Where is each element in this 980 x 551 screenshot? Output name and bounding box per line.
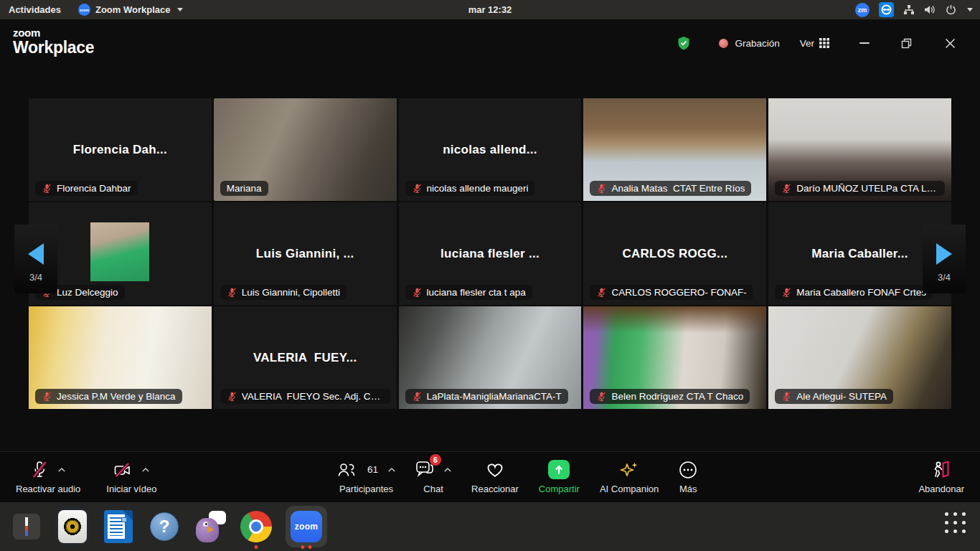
start-video-button[interactable]: Iniciar vídeo	[106, 460, 156, 494]
participant-tile[interactable]: VALERIA FUEY... VALERIA FUEYO Sec. Adj. …	[214, 306, 397, 409]
participant-name-tag: Ale Arlegui- SUTEPA	[775, 389, 893, 404]
more-ellipsis-icon	[679, 461, 697, 479]
recording-dot-icon	[719, 39, 728, 48]
window-controls: Grabación Ver	[677, 32, 956, 54]
participants-label: Participantes	[339, 484, 393, 494]
pidgin-bird-icon	[194, 511, 226, 542]
muted-mic-icon	[42, 183, 52, 194]
zoom-running-indicator	[301, 545, 312, 549]
participant-tile[interactable]: LaPlata-ManigliaMarianaCTA-T	[399, 306, 582, 409]
chat-label: Chat	[423, 484, 443, 494]
muted-mic-icon	[227, 287, 237, 298]
muted-mic-icon	[227, 391, 237, 402]
tray-caret-icon[interactable]	[967, 8, 973, 11]
volume-icon[interactable]	[924, 4, 936, 15]
reactions-button[interactable]: Reaccionar	[471, 460, 519, 494]
participant-name-tag: Florencia Dahbar	[35, 181, 138, 196]
close-button[interactable]	[945, 38, 956, 49]
unmute-button[interactable]: Reactivar audio	[16, 460, 80, 494]
participant-name-tag: LaPlata-ManigliaMarianaCTA-T	[405, 389, 568, 404]
participant-name-tag: CARLOS ROGGERO- FONAF-	[590, 285, 753, 300]
muted-mic-icon	[412, 391, 423, 402]
participant-tile[interactable]: Belen Rodríguez CTA T Chaco	[583, 306, 766, 409]
participants-chevron[interactable]	[388, 468, 395, 472]
recording-indicator[interactable]: Grabación	[719, 38, 779, 49]
muted-mic-icon	[412, 287, 423, 298]
participant-tile[interactable]: Luis Giannini, ... Luis Giannini, Cipoll…	[214, 202, 397, 305]
chrome-running-indicator	[255, 545, 258, 549]
dock-item-pidgin[interactable]	[194, 510, 227, 543]
participant-name-tag: Belen Rodríguez CTA T Chaco	[590, 389, 750, 404]
next-arrow-icon	[936, 243, 952, 265]
dock-item-zoom-active[interactable]: zoom	[286, 506, 327, 547]
video-options-chevron[interactable]	[142, 468, 149, 472]
participant-name-tag: Jessica P.M Verde y Blanca	[35, 389, 182, 404]
participant-tile[interactable]: Florencia Dah... Florencia Dahbar	[29, 98, 212, 201]
participant-tile[interactable]: CARLOS ROGG... CARLOS ROGGERO- FONAF-	[583, 202, 766, 305]
dock-item-libreoffice-writer[interactable]	[102, 510, 135, 543]
muted-mic-icon	[596, 391, 607, 402]
chrome-icon	[235, 505, 278, 548]
gallery-prev-page-button[interactable]: 3/4	[14, 225, 57, 293]
participant-name-tag: Analia Matas CTAT Entre Ríos	[590, 181, 751, 196]
power-icon[interactable]	[946, 4, 956, 15]
more-button[interactable]: Más	[679, 460, 697, 494]
participant-tile[interactable]: luciana flesler ... luciana flesler cta …	[399, 202, 582, 305]
ai-companion-button[interactable]: AI Companion	[600, 460, 659, 494]
prev-arrow-icon	[28, 243, 44, 265]
participant-tile-active-speaker[interactable]: Mariana	[214, 98, 397, 201]
heart-icon	[486, 461, 504, 479]
participant-tile[interactable]: Ale Arlegui- SUTEPA	[768, 306, 951, 409]
activities-button[interactable]: Actividades	[0, 0, 71, 19]
participant-name-tag: nicolas allende maugeri	[405, 181, 535, 196]
leave-meeting-label: Abandonar	[918, 484, 964, 494]
dock-item-text-editor[interactable]	[10, 510, 43, 543]
participant-name-tag: Maria Caballero FONAF Crtes	[775, 285, 933, 300]
video-gallery: Florencia Dah... Florencia Dahbar Marian…	[29, 98, 951, 409]
participant-tile[interactable]: Darío MUÑOZ UTELPa CTA La ...	[768, 98, 951, 201]
participant-name-tag: Luis Giannini, Cipolletti	[220, 285, 347, 300]
reactions-label: Reaccionar	[471, 484, 519, 494]
system-tray: zm	[855, 0, 973, 19]
chat-chevron[interactable]	[444, 468, 451, 472]
restore-button[interactable]	[901, 38, 912, 49]
share-screen-button[interactable]: Compartir	[539, 460, 580, 494]
unmute-label: Reactivar audio	[16, 484, 80, 494]
app-menu-zoom-workplace[interactable]: zoom Zoom Workplace	[71, 0, 190, 19]
dock-item-help[interactable]: ?	[148, 510, 181, 543]
view-label: Ver	[800, 38, 814, 49]
dock-item-chrome[interactable]	[240, 510, 273, 543]
participants-count: 61	[367, 464, 378, 475]
chat-button[interactable]: 6 Chat	[415, 460, 451, 494]
view-button[interactable]: Ver	[800, 38, 829, 49]
muted-mic-icon	[412, 183, 423, 194]
network-icon[interactable]	[903, 4, 915, 15]
zoom-workplace-logo: zoom Workplace	[13, 27, 94, 56]
logo-workplace-text: Workplace	[13, 39, 94, 56]
meeting-toolbar: Reactivar audio Iniciar vídeo	[0, 451, 980, 502]
audio-options-chevron[interactable]	[58, 468, 65, 472]
start-video-label: Iniciar vídeo	[106, 484, 156, 494]
minimize-button[interactable]	[859, 42, 870, 44]
recording-label: Grabación	[735, 38, 779, 49]
gallery-next-page-button[interactable]: 3/4	[923, 225, 966, 293]
participants-icon	[337, 461, 356, 479]
zoom-tray-icon[interactable]: zm	[855, 3, 870, 17]
gallery-grid-icon	[819, 38, 829, 48]
leave-door-icon	[932, 461, 951, 479]
share-screen-label: Compartir	[539, 484, 580, 494]
zoom-meeting-window: zoom Workplace Grabación Ver	[0, 19, 980, 502]
participant-tile[interactable]: Jessica P.M Verde y Blanca	[29, 306, 212, 409]
zoom-app-menu-icon: zoom	[78, 4, 90, 16]
zoom-app-icon: zoom	[291, 511, 322, 542]
teamviewer-tray-icon[interactable]	[879, 2, 894, 17]
encryption-shield-icon[interactable]	[677, 36, 690, 50]
participants-button[interactable]: 61 Participantes	[337, 460, 395, 494]
leave-meeting-button[interactable]: Abandonar	[918, 460, 964, 494]
participant-tile[interactable]: nicolas allend... nicolas allende mauger…	[399, 98, 582, 201]
show-applications-button[interactable]	[945, 512, 966, 533]
dock-item-music-player[interactable]	[56, 510, 89, 543]
ai-sparkle-icon	[619, 461, 639, 479]
mic-muted-icon	[31, 461, 48, 479]
participant-tile[interactable]: Analia Matas CTAT Entre Ríos	[583, 98, 766, 201]
